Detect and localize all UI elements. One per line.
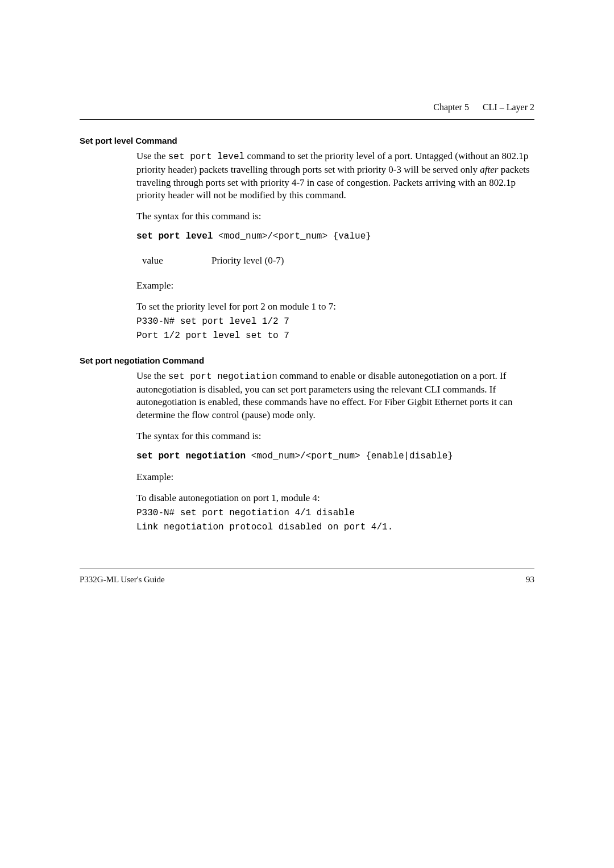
param-desc: Priority level (0-7) xyxy=(211,253,284,269)
section-heading-set-port-level: Set port level Command xyxy=(80,136,534,145)
header-rule xyxy=(80,119,534,120)
italic-text: after xyxy=(480,164,498,175)
table-row: value Priority level (0-7) xyxy=(142,253,284,269)
example-code-block: P330-N# set port level 1/2 7 Port 1/2 po… xyxy=(136,315,534,343)
param-name: value xyxy=(142,253,210,269)
section1-paragraph: Use the set port level command to set th… xyxy=(136,150,534,202)
text: Use the xyxy=(136,151,168,161)
syntax-command: set port level xyxy=(136,231,213,241)
section-heading-set-port-negotiation: Set port negotiation Command xyxy=(80,356,534,365)
example-code-block: P330-N# set port negotiation 4/1 disable… xyxy=(136,506,534,535)
section2-paragraph: Use the set port negotiation command to … xyxy=(136,370,534,422)
example-description: To set the priority level for port 2 on … xyxy=(136,301,534,312)
example-label: Example: xyxy=(136,471,534,483)
inline-command: set port negotiation xyxy=(168,372,277,382)
syntax-line: set port level <mod_num>/<port_num> {val… xyxy=(136,231,534,241)
syntax-args: <mod_num>/<port_num> {value} xyxy=(213,231,371,241)
syntax-line: set port negotiation <mod_num>/<port_num… xyxy=(136,451,534,461)
syntax-label: The syntax for this command is: xyxy=(136,210,534,223)
page-header: Chapter 5 CLI – Layer 2 xyxy=(80,102,534,112)
syntax-command: set port negotiation xyxy=(136,451,246,461)
footer-guide-title: P332G-ML User's Guide xyxy=(80,575,165,585)
text: Use the xyxy=(136,370,168,381)
chapter-number: Chapter 5 xyxy=(433,102,469,112)
parameter-table: value Priority level (0-7) xyxy=(141,252,285,270)
example-label: Example: xyxy=(136,280,534,291)
chapter-title: CLI – Layer 2 xyxy=(483,102,534,112)
footer-page-number: 93 xyxy=(526,575,534,585)
inline-command: set port level xyxy=(168,152,244,162)
page-footer: P332G-ML User's Guide 93 xyxy=(80,569,534,585)
example-description: To disable autonegotiation on port 1, mo… xyxy=(136,493,534,504)
syntax-label: The syntax for this command is: xyxy=(136,430,534,443)
syntax-args: <mod_num>/<port_num> {enable|disable} xyxy=(246,451,453,461)
